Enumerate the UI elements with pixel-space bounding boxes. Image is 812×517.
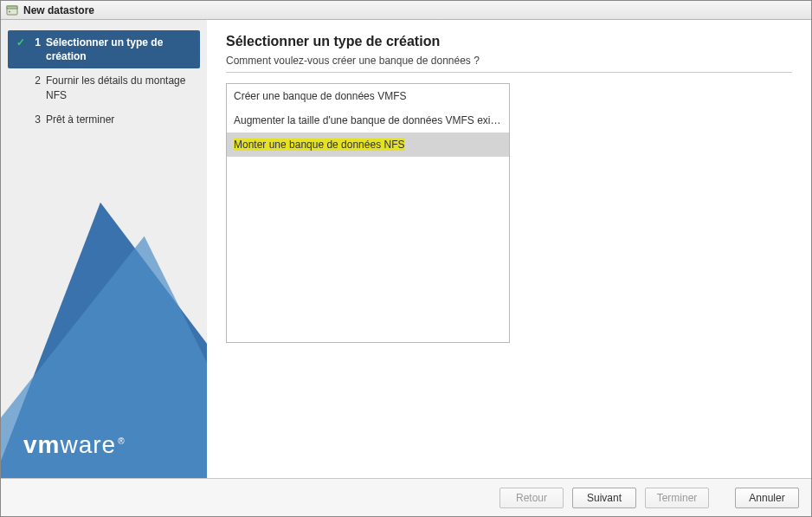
titlebar: New datastore — [1, 1, 811, 20]
page-title: Sélectionner un type de création — [226, 34, 792, 49]
window-title: New datastore — [23, 4, 94, 16]
next-button[interactable]: Suivant — [572, 488, 636, 508]
logo-ware: ware — [60, 431, 116, 459]
wizard-step-1[interactable]: ✓ 1 Sélectionner un type de création — [8, 30, 200, 68]
wizard-footer: Retour Suivant Terminer Annuler — [1, 478, 811, 516]
step-number: 1 — [29, 36, 41, 49]
creation-type-list: Créer une banque de données VMFS Augment… — [226, 83, 510, 343]
wizard-step-2[interactable]: ✓ 2 Fournir les détails du montage NFS — [8, 68, 200, 107]
step-label: Sélectionner un type de création — [46, 36, 193, 63]
wizard-window: New datastore ✓ 1 Sélectionner un type d… — [0, 0, 812, 517]
logo-registered: ® — [118, 436, 125, 446]
option-create-vmfs[interactable]: Créer une banque de données VMFS — [227, 84, 509, 108]
wizard-body: ✓ 1 Sélectionner un type de création ✓ 2… — [1, 20, 811, 478]
datastore-icon — [6, 4, 18, 16]
option-label: Créer une banque de données VMFS — [234, 90, 406, 102]
cancel-button[interactable]: Annuler — [735, 488, 799, 508]
svg-rect-1 — [7, 6, 17, 9]
step-number: 2 — [29, 74, 41, 87]
page-subtitle: Comment voulez-vous créer une banque de … — [226, 55, 792, 67]
step-label: Prêt à terminer — [46, 113, 193, 126]
vmware-logo: vmware® — [23, 431, 126, 459]
option-label: Monter une banque de données NFS — [234, 139, 404, 151]
wizard-steps: ✓ 1 Sélectionner un type de création ✓ 2… — [1, 20, 207, 132]
divider — [226, 72, 792, 73]
logo-vm: vm — [23, 431, 60, 459]
wizard-sidebar: ✓ 1 Sélectionner un type de création ✓ 2… — [1, 20, 207, 478]
wizard-main: Sélectionner un type de création Comment… — [207, 20, 811, 478]
check-icon: ✓ — [15, 36, 27, 49]
wizard-step-3[interactable]: ✓ 3 Prêt à terminer — [8, 107, 200, 132]
step-label: Fournir les détails du montage NFS — [46, 74, 193, 101]
svg-point-2 — [9, 10, 10, 12]
option-grow-vmfs[interactable]: Augmenter la taille d'une banque de donn… — [227, 108, 509, 132]
back-button[interactable]: Retour — [499, 488, 564, 508]
step-number: 3 — [29, 113, 41, 126]
option-label: Augmenter la taille d'une banque de donn… — [234, 114, 505, 126]
finish-button[interactable]: Terminer — [645, 488, 709, 508]
option-mount-nfs[interactable]: Monter une banque de données NFS — [227, 132, 509, 157]
